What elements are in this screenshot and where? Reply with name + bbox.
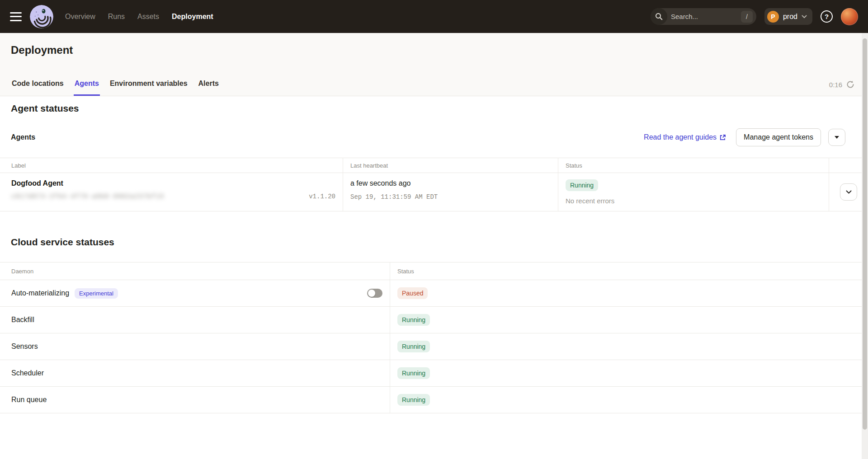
agent-status-badge: Running — [566, 179, 598, 191]
daemon-row-backfill: Backfill Running — [0, 307, 868, 333]
cloud-services-table: Daemon Status Auto-materializing Experim… — [0, 262, 868, 413]
nav-item-deployment[interactable]: Deployment — [172, 13, 213, 21]
tab-alerts[interactable]: Alerts — [198, 80, 220, 96]
page-title: Deployment — [11, 44, 73, 56]
agent-expand-button[interactable] — [840, 183, 857, 201]
search-shortcut-key: / — [741, 11, 753, 23]
nav-item-runs[interactable]: Runs — [108, 13, 125, 21]
agent-version: v1.1.20 — [309, 193, 335, 200]
status-badge-running: Running — [397, 314, 430, 326]
refresh-countdown: 0:16 — [829, 81, 842, 89]
daemon-name: Run queue — [11, 396, 47, 404]
agent-heartbeat-cell: a few seconds ago Sep 19, 11:31:59 AM ED… — [343, 173, 558, 211]
org-avatar: P — [767, 11, 779, 23]
status-badge-running: Running — [397, 394, 430, 406]
agent-tokens-menu-button[interactable] — [828, 129, 845, 146]
agent-guides-link-label: Read the agent guides — [644, 133, 717, 141]
agent-row: Dogfood Agent c817d873-2f64-4f79-a9b8-09… — [0, 173, 868, 211]
daemon-status-cell: Running — [390, 333, 868, 360]
caret-down-icon — [835, 136, 839, 139]
agent-statuses-heading: Agent statuses — [11, 103, 79, 114]
status-badge-paused: Paused — [397, 287, 428, 299]
tab-agents[interactable]: Agents — [74, 80, 100, 96]
cloud-table-header: Daemon Status — [0, 262, 868, 280]
cloud-service-statuses-heading: Cloud service statuses — [11, 237, 114, 248]
nav-item-assets[interactable]: Assets — [137, 13, 159, 21]
experimental-badge: Experimental — [75, 288, 118, 299]
daemon-row-scheduler: Scheduler Running — [0, 360, 868, 387]
daemon-row-run-queue: Run queue Running — [0, 387, 868, 413]
search-input[interactable] — [667, 13, 741, 20]
daemon-name: Backfill — [11, 316, 34, 324]
user-avatar[interactable] — [841, 8, 858, 25]
org-name: prod — [783, 13, 797, 21]
daemon-status-cell: Running — [390, 387, 868, 413]
org-switcher[interactable]: P prod — [764, 8, 812, 25]
daemon-name: Auto-materializing — [11, 289, 69, 297]
primary-nav: Overview Runs Assets Deployment — [65, 13, 213, 21]
agent-status-note: No recent errors — [566, 197, 829, 205]
refresh-zone: 0:16 — [829, 80, 854, 89]
daemon-name: Sensors — [11, 342, 38, 351]
search-box[interactable]: / — [651, 8, 756, 25]
tab-environment-variables[interactable]: Environment variables — [109, 80, 189, 96]
daemon-cell: Auto-materializing Experimental — [0, 280, 390, 306]
column-header-status: Status — [390, 262, 868, 280]
search-icon — [651, 8, 667, 25]
top-nav: Overview Runs Assets Deployment / P prod… — [0, 0, 868, 33]
auto-materializing-toggle[interactable] — [367, 289, 382, 298]
scrollbar-thumb[interactable] — [863, 38, 867, 430]
hamburger-menu-icon[interactable] — [10, 12, 22, 21]
help-icon[interactable]: ? — [821, 10, 833, 23]
daemon-status-cell: Running — [390, 307, 868, 333]
refresh-icon[interactable] — [846, 80, 854, 89]
daemon-cell: Sensors — [0, 333, 390, 360]
agents-actions: Read the agent guides Manage agent token… — [644, 128, 845, 146]
daemon-row-auto-materializing: Auto-materializing Experimental Paused — [0, 280, 868, 307]
status-badge-running: Running — [397, 367, 430, 379]
heartbeat-relative: a few seconds ago — [350, 179, 558, 187]
column-header-status: Status — [558, 158, 829, 173]
daemon-cell: Scheduler — [0, 360, 390, 386]
agents-table-header: Label Last heartbeat Status — [0, 158, 868, 173]
daemon-cell: Run queue — [0, 387, 390, 413]
heartbeat-timestamp: Sep 19, 11:31:59 AM EDT — [350, 193, 558, 201]
daemon-name: Scheduler — [11, 369, 44, 377]
tab-code-locations[interactable]: Code locations — [11, 80, 65, 96]
agents-toolbar: Agents Read the agent guides Manage agen… — [11, 128, 845, 146]
agent-uuid-redacted: c817d873-2f64-4f79-a9b8-0902a237bf15 — [11, 193, 164, 200]
deployment-tabs: Code locations Agents Environment variab… — [11, 80, 220, 96]
agents-table: Label Last heartbeat Status Dogfood Agen… — [0, 158, 868, 211]
nav-item-overview[interactable]: Overview — [65, 13, 95, 21]
dagster-logo[interactable] — [30, 5, 53, 28]
status-badge-running: Running — [397, 341, 430, 352]
column-header-last-heartbeat: Last heartbeat — [343, 158, 558, 173]
agent-status-cell: Running No recent errors — [558, 173, 829, 211]
column-header-label: Label — [0, 158, 343, 173]
agent-name: Dogfood Agent — [11, 179, 343, 187]
main-content: Agent statuses Agents Read the agent gui… — [0, 97, 868, 459]
daemon-cell: Backfill — [0, 307, 390, 333]
column-header-daemon: Daemon — [0, 262, 390, 280]
external-link-icon — [719, 134, 726, 141]
chevron-down-icon — [846, 190, 852, 194]
daemon-row-sensors: Sensors Running — [0, 333, 868, 360]
agent-label-cell: Dogfood Agent c817d873-2f64-4f79-a9b8-09… — [0, 173, 343, 211]
chevron-down-icon — [802, 15, 807, 19]
vertical-scrollbar — [862, 33, 868, 459]
nav-right-group: / P prod ? — [651, 8, 858, 25]
agents-subheading: Agents — [11, 133, 35, 141]
daemon-status-cell: Paused — [390, 280, 868, 306]
manage-agent-tokens-button[interactable]: Manage agent tokens — [736, 128, 821, 146]
daemon-status-cell: Running — [390, 360, 868, 386]
agent-guides-link[interactable]: Read the agent guides — [644, 133, 726, 141]
page-header: Deployment Code locations Agents Environ… — [0, 33, 868, 96]
